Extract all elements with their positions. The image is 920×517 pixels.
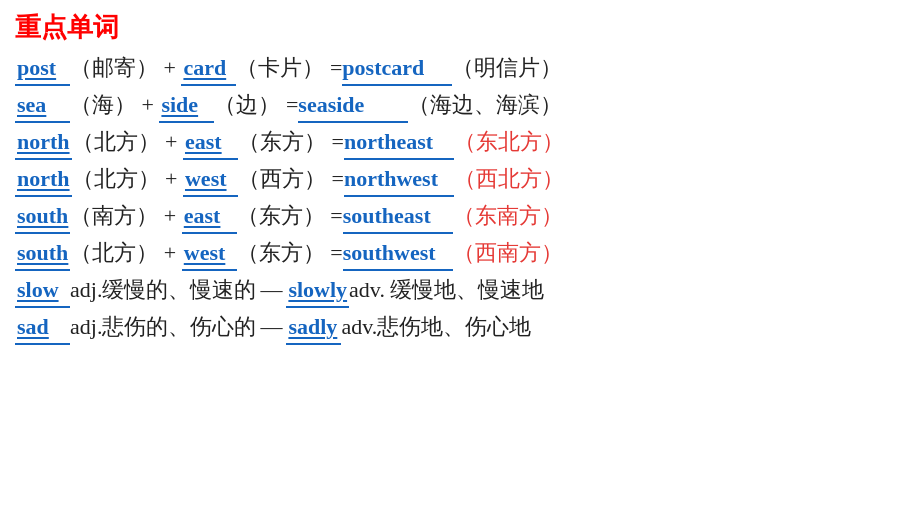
title: 重点单词 — [15, 10, 905, 45]
compound-postcard: postcard — [342, 51, 452, 86]
word-sadly: sadly — [286, 310, 341, 345]
word-slow: slow — [15, 273, 70, 308]
compound-northeast: northeast — [344, 125, 454, 160]
part1-sea: sea — [15, 88, 70, 123]
row-slowly: slow adj.缓慢的、慢速的 — slowly adv. 缓慢地、慢速地 — [15, 273, 905, 308]
compound-southwest: southwest — [343, 236, 453, 271]
compound-northwest: northwest — [344, 162, 454, 197]
part1-south: south — [15, 199, 70, 234]
part1-south: south — [15, 236, 70, 271]
compound-seaside: seaside — [298, 88, 408, 123]
row-northwest: north （北方） + west （西方） = northwest （西北方） — [15, 162, 905, 197]
row-southwest: south （北方） + west （东方） = southwest （西南方） — [15, 236, 905, 271]
part1-north: north — [15, 125, 72, 160]
row-northeast: north （北方） + east （东方） = northeast （东北方） — [15, 125, 905, 160]
compound-southeast: southeast — [343, 199, 453, 234]
part1-post: post — [15, 51, 70, 86]
part2-side: side — [159, 88, 214, 123]
row-postcard: post （邮寄） + card （卡片） = postcard （明信片） — [15, 51, 905, 86]
part2-west: west — [182, 236, 237, 271]
part2-east: east — [182, 199, 237, 234]
row-southeast: south （南方） + east （东方） = southeast （东南方） — [15, 199, 905, 234]
row-seaside: sea （海） + side （边） = seaside （海边、海滨） — [15, 88, 905, 123]
part2-west: west — [183, 162, 238, 197]
word-slowly: slowly — [286, 273, 349, 308]
part1-north: north — [15, 162, 72, 197]
part2-east: east — [183, 125, 238, 160]
part2-card: card — [181, 51, 236, 86]
word-sad: sad — [15, 310, 70, 345]
row-sadly: sad adj.悲伤的、伤心的 — sadly adv.悲伤地、伤心地 — [15, 310, 905, 345]
